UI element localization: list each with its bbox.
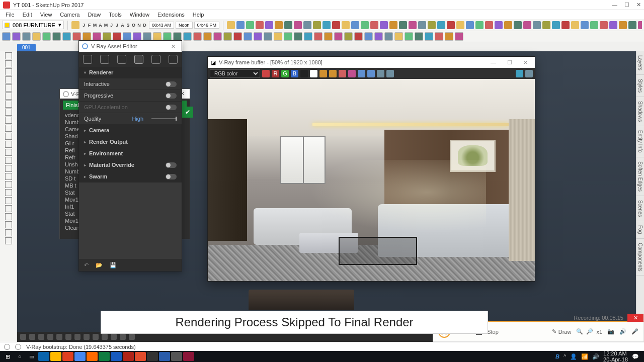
mono-icon[interactable] xyxy=(300,70,308,77)
tool-icon[interactable] xyxy=(485,21,493,29)
tool-icon[interactable] xyxy=(314,32,323,41)
vp-tool-icon[interactable] xyxy=(120,334,126,340)
taskbar-app-icon[interactable] xyxy=(171,352,182,361)
tool-icon[interactable] xyxy=(455,32,463,41)
tool-icon[interactable] xyxy=(5,213,12,220)
search-icon[interactable]: ○ xyxy=(14,352,25,361)
arc-tool-icon[interactable] xyxy=(5,93,12,100)
bluetooth-icon[interactable]: B xyxy=(555,353,559,359)
tool-icon[interactable] xyxy=(32,32,41,41)
save-icon[interactable] xyxy=(319,70,327,77)
tray-shadows[interactable]: Shadows xyxy=(636,97,644,126)
menu-draw[interactable]: Draw xyxy=(84,11,104,19)
swarm-toggle[interactable] xyxy=(166,174,177,179)
tool-icon[interactable] xyxy=(12,32,21,41)
render-output[interactable] xyxy=(208,79,535,281)
render-output-section[interactable]: ▸Render Output xyxy=(79,136,182,148)
tool-icon[interactable] xyxy=(495,21,503,29)
tool-icon[interactable] xyxy=(153,32,162,41)
tray-scenes[interactable]: Scenes xyxy=(636,196,644,221)
close-button[interactable]: ✕ xyxy=(636,2,641,8)
tool-icon[interactable] xyxy=(244,32,252,41)
tray-chevron-icon[interactable]: ^ xyxy=(564,353,566,359)
status-icon[interactable] xyxy=(15,344,21,350)
tool-icon[interactable] xyxy=(233,32,242,41)
tool-icon[interactable] xyxy=(163,32,172,41)
tool-icon[interactable] xyxy=(523,21,531,29)
tray-soften-edges[interactable]: Soften Edges xyxy=(636,157,644,196)
vp-tool-icon[interactable] xyxy=(56,334,62,340)
tool-icon[interactable] xyxy=(384,32,393,41)
tool-icon[interactable] xyxy=(275,21,283,29)
vp-tool-icon[interactable] xyxy=(38,334,44,340)
month-slider[interactable]: JFMAMJJASOND xyxy=(81,23,147,28)
paint-tool-icon[interactable] xyxy=(5,157,12,164)
pushpull-tool-icon[interactable] xyxy=(5,101,12,108)
tool-icon[interactable] xyxy=(332,21,340,29)
tool-icon[interactable] xyxy=(364,32,373,41)
lens-icon[interactable] xyxy=(386,70,394,77)
zoom-out-icon[interactable]: 🔎 xyxy=(586,328,593,335)
menu-window[interactable]: Window xyxy=(126,11,153,19)
settings-tab-icon[interactable] xyxy=(134,55,143,64)
tool-icon[interactable] xyxy=(227,21,235,29)
interactive-toggle[interactable] xyxy=(166,81,177,87)
tool-icon[interactable] xyxy=(380,21,388,29)
tool-icon[interactable] xyxy=(344,32,353,41)
taskbar-app-icon[interactable] xyxy=(38,352,49,361)
tool-icon[interactable] xyxy=(284,21,292,29)
save-icon[interactable]: 💾 xyxy=(110,262,117,268)
tray-styles[interactable]: Styles xyxy=(636,75,644,97)
draw-button[interactable]: ✎Draw xyxy=(552,328,572,335)
minimize-button[interactable]: — xyxy=(487,59,500,65)
material-override-section[interactable]: ▸Material Override xyxy=(79,159,182,171)
taskbar-app-icon[interactable] xyxy=(87,352,98,361)
vp-tool-icon[interactable] xyxy=(74,334,80,340)
tool-icon[interactable] xyxy=(183,32,192,41)
vp-tool-icon[interactable] xyxy=(20,334,26,340)
b-channel-button[interactable]: B xyxy=(291,70,298,77)
tool-icon[interactable] xyxy=(542,21,550,29)
tray-fog[interactable]: Fog xyxy=(636,221,644,238)
menu-help[interactable]: Help xyxy=(189,11,208,19)
render-tab-icon[interactable] xyxy=(151,55,160,64)
minimize-button[interactable]: — xyxy=(153,43,165,49)
taskbar-app-icon[interactable] xyxy=(50,352,61,361)
tool-icon[interactable] xyxy=(475,21,484,29)
tool-icon[interactable] xyxy=(83,32,91,41)
wifi-icon[interactable]: 📶 xyxy=(581,353,588,360)
vp-tool-icon[interactable] xyxy=(102,334,108,340)
tool-icon[interactable] xyxy=(103,32,111,41)
tool-icon[interactable] xyxy=(561,21,570,29)
tool-icon[interactable] xyxy=(445,32,453,41)
tool-icon[interactable] xyxy=(399,21,407,29)
taskbar-app-icon[interactable] xyxy=(111,352,122,361)
compare-icon[interactable] xyxy=(377,70,384,77)
frame-buffer-tab-icon[interactable] xyxy=(169,55,178,64)
tool-icon[interactable] xyxy=(571,21,579,29)
vp-tool-icon[interactable] xyxy=(65,334,71,340)
tool-icon[interactable] xyxy=(284,32,292,41)
select-tool-icon[interactable] xyxy=(5,52,12,59)
tool-icon[interactable] xyxy=(533,21,541,29)
tool-icon[interactable] xyxy=(313,21,321,29)
tool-icon[interactable] xyxy=(361,21,369,29)
close-button[interactable]: ✕ xyxy=(168,43,179,50)
layer-dropdown[interactable]: 008 FURNITURE ▾ xyxy=(2,21,64,29)
clear-icon[interactable] xyxy=(339,70,346,77)
vp-tool-icon[interactable] xyxy=(84,334,90,340)
tool-icon[interactable] xyxy=(447,21,455,29)
tool-icon[interactable] xyxy=(638,21,642,29)
material-override-toggle[interactable] xyxy=(166,162,177,168)
tool-icon[interactable] xyxy=(193,32,202,41)
eraser-tool-icon[interactable] xyxy=(5,68,12,75)
tool-icon[interactable] xyxy=(342,21,350,29)
tool-icon[interactable] xyxy=(22,32,31,41)
tape-tool-icon[interactable] xyxy=(5,141,12,148)
tool-icon[interactable] xyxy=(466,21,474,29)
tool-icon[interactable] xyxy=(394,32,403,41)
vp-tool-icon[interactable] xyxy=(111,334,117,340)
circle-tool-icon[interactable] xyxy=(5,84,12,92)
render-complete-icon[interactable]: ✔ xyxy=(182,107,193,118)
taskbar-app-icon[interactable] xyxy=(183,352,194,361)
